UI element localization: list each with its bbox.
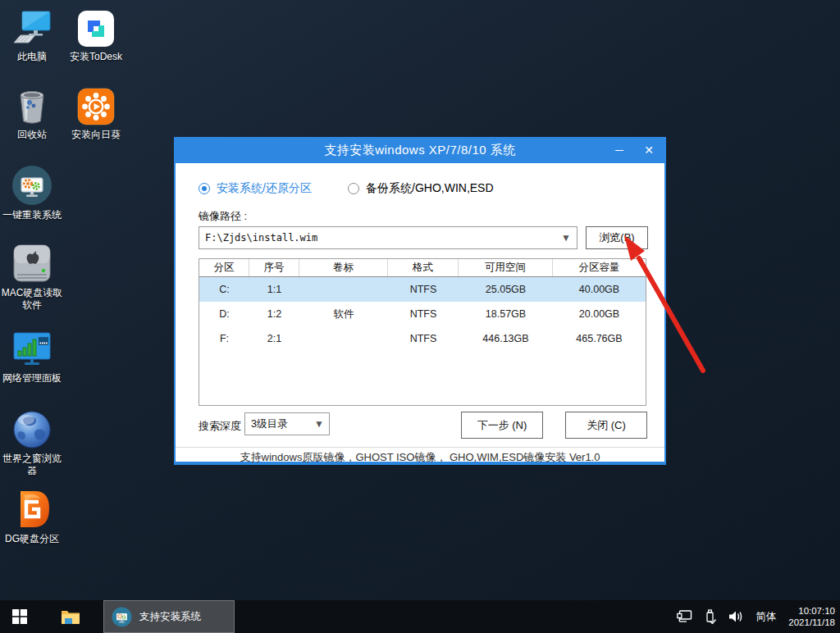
clock-time: 10:07:10	[798, 606, 835, 616]
network-tray-icon[interactable]	[677, 610, 692, 623]
desktop-icon-label: 此电脑	[17, 51, 47, 63]
recycle-bin-icon	[15, 84, 49, 125]
desktop-icon-network-panel[interactable]: 网络管理面板	[0, 328, 64, 385]
desktop-icon-this-pc[interactable]: 此电脑	[0, 7, 64, 63]
desktop-icon-install-todesk[interactable]: 安装ToDesk	[64, 7, 128, 63]
radio-install-restore[interactable]: 安装系统/还原分区	[199, 181, 312, 196]
table-row-f[interactable]: F: 2:1 NTFS 446.13GB 465.76GB	[199, 326, 646, 351]
desktop-icon-install-sunflower[interactable]: 安装向日葵	[64, 84, 128, 141]
mac-disk-icon	[12, 243, 52, 284]
partition-table-header: 分区 序号 卷标 格式 可用空间 分区容量	[199, 259, 646, 277]
search-depth-label: 搜索深度	[199, 419, 241, 434]
footer-text: 支持windows原版镜像，GHOST ISO镜像， GHO,WIM,ESD镜像…	[176, 450, 664, 465]
file-explorer-button[interactable]	[52, 600, 89, 633]
partition-table: 分区 序号 卷标 格式 可用空间 分区容量 C: 1:1 NTFS 25.05G…	[199, 258, 646, 406]
installer-app-icon	[112, 607, 132, 627]
globe-icon	[12, 408, 52, 449]
close-window-button[interactable]: ✕	[640, 141, 658, 159]
clock-date: 2021/11/18	[788, 617, 835, 627]
image-path-combobox[interactable]: F:\Zjds\install.wim ▼	[199, 226, 578, 249]
installer-dialog: 支持安装windows XP/7/8/10 系统 ─ ✕ 安装系统/还原分区 备…	[174, 137, 666, 465]
table-row-d[interactable]: D: 1:2 软件 NTFS 18.57GB 20.00GB	[199, 302, 646, 326]
clock[interactable]: 10:07:10 2021/11/18	[788, 605, 835, 628]
chevron-down-icon: ▼	[309, 418, 329, 430]
search-depth-select[interactable]: 3级目录 ▼	[244, 412, 330, 435]
image-path-label: 镜像路径 :	[199, 209, 247, 224]
dg-partition-icon	[12, 489, 52, 530]
desktop-icon-world-window-browser[interactable]: 世界之窗浏览器	[0, 408, 64, 477]
this-pc-icon	[11, 7, 53, 48]
desktop-icon-one-key-reinstall[interactable]: 一键重装系统	[0, 165, 64, 221]
table-row-c[interactable]: C: 1:1 NTFS 25.05GB 40.00GB	[199, 277, 646, 302]
one-key-reinstall-icon	[11, 165, 52, 206]
usb-tray-icon[interactable]	[705, 609, 716, 624]
dialog-titlebar[interactable]: 支持安装windows XP/7/8/10 系统 ─ ✕	[174, 137, 666, 163]
folder-icon	[61, 608, 80, 625]
network-panel-icon	[11, 328, 52, 369]
desktop-icon-mac-disk-reader[interactable]: MAC硬盘读取软件	[0, 243, 64, 312]
start-button[interactable]	[0, 600, 39, 633]
image-path-value: F:\Zjds\install.wim	[199, 232, 555, 244]
radio-backup-system[interactable]: 备份系统/GHO,WIN,ESD	[348, 181, 494, 196]
taskbar-app-label: 支持安装系统	[139, 610, 201, 624]
footer-divider	[176, 447, 664, 448]
radio-unselected-icon	[348, 183, 359, 194]
minimize-button[interactable]: ─	[610, 141, 628, 159]
desktop-icon-recycle-bin[interactable]: 回收站	[0, 84, 64, 141]
next-step-button[interactable]: 下一步 (N)	[461, 412, 543, 439]
taskbar: 支持安装系统 简体 10:07:10	[0, 600, 840, 633]
volume-tray-icon[interactable]	[728, 610, 743, 623]
chevron-down-icon[interactable]: ▼	[555, 232, 577, 244]
windows-logo-icon	[12, 609, 27, 624]
close-button[interactable]: 关闭 (C)	[565, 412, 647, 439]
browse-button[interactable]: 浏览(B)	[586, 226, 648, 249]
desktop-icon-dg-partition[interactable]: DG硬盘分区	[0, 489, 64, 545]
todesk-icon	[77, 7, 115, 48]
dialog-title: 支持安装windows XP/7/8/10 系统	[174, 143, 666, 158]
sunflower-icon	[77, 84, 115, 125]
ime-indicator[interactable]: 简体	[756, 610, 776, 624]
radio-selected-icon	[199, 183, 210, 194]
taskbar-app-install-system[interactable]: 支持安装系统	[103, 600, 235, 633]
